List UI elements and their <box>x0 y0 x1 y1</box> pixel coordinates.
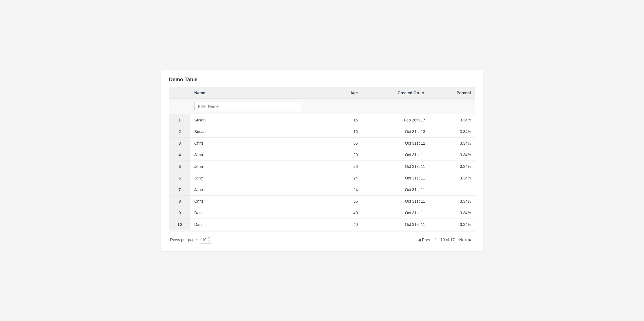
col-header-created-on[interactable]: Created On ▼ <box>362 87 429 99</box>
row-created-on: Oct 31st 11 <box>362 196 429 207</box>
row-percent: 3.34% <box>429 172 475 184</box>
row-name: Chris <box>190 138 328 149</box>
table-row: 1Susan16Feb 28th 173.34% <box>169 114 475 126</box>
row-index: 4 <box>169 149 190 161</box>
row-index: 2 <box>169 126 190 138</box>
filter-percent-cell <box>429 99 475 114</box>
rows-per-page-select[interactable]: 10 ⬆⬇ <box>200 236 212 244</box>
table-row: 8Chris55Oct 31st 113.34% <box>169 196 475 207</box>
row-created-on: Oct 31st 11 <box>362 184 429 196</box>
filter-name-input[interactable] <box>194 102 302 111</box>
rows-per-page-value: 10 <box>202 237 207 242</box>
row-index: 7 <box>169 184 190 196</box>
next-chevron-icon: ▶ <box>469 237 472 242</box>
row-name: Dan <box>190 207 328 219</box>
row-age: 24 <box>328 172 362 184</box>
pagination-info: 1 - 10 of 17 <box>435 237 455 242</box>
row-created-on: Oct 31st 11 <box>362 207 429 219</box>
row-index: 10 <box>169 219 190 230</box>
table-row: 6Jane24Oct 31st 113.34% <box>169 172 475 184</box>
row-index: 1 <box>169 114 190 126</box>
row-created-on: Feb 28th 17 <box>362 114 429 126</box>
filter-index-cell <box>169 99 190 114</box>
row-age: 20 <box>328 161 362 172</box>
row-age: 55 <box>328 196 362 207</box>
row-percent: 3.34% <box>429 196 475 207</box>
col-header-index <box>169 87 190 99</box>
row-percent <box>429 184 475 196</box>
next-button[interactable]: Next ▶ <box>457 236 474 243</box>
row-age: 16 <box>328 114 362 126</box>
row-percent: 3.34% <box>429 114 475 126</box>
row-name: Susan <box>190 114 328 126</box>
row-percent: 3.34% <box>429 161 475 172</box>
table-container: Demo Table Name Age Created On ▼ Percent <box>161 70 483 251</box>
row-percent: 3.34% <box>429 149 475 161</box>
demo-table: Name Age Created On ▼ Percent <box>169 87 475 230</box>
table-row: 5John20Oct 31st 113.34% <box>169 161 475 172</box>
table-footer: Rows per page: 10 ⬆⬇ ◀ Prev 1 - 10 of 17… <box>169 232 475 244</box>
row-created-on: Oct 31st 11 <box>362 172 429 184</box>
row-index: 6 <box>169 172 190 184</box>
rows-per-page-section: Rows per page: 10 ⬆⬇ <box>170 236 212 244</box>
pagination-section: ◀ Prev 1 - 10 of 17 Next ▶ <box>416 236 474 243</box>
filter-name-cell <box>190 99 328 114</box>
row-percent: 3.34% <box>429 126 475 138</box>
table-row: 9Dan40Oct 31st 113.34% <box>169 207 475 219</box>
filter-created-cell <box>362 99 429 114</box>
row-name: Susan <box>190 126 328 138</box>
row-created-on: Oct 31st 12 <box>362 138 429 149</box>
prev-button[interactable]: ◀ Prev <box>416 236 433 243</box>
row-created-on: Oct 31st 11 <box>362 149 429 161</box>
row-age: 40 <box>328 219 362 230</box>
prev-chevron-icon: ◀ <box>418 237 421 242</box>
col-header-name: Name <box>190 87 328 99</box>
table-row: 3Chris55Oct 31st 123.34% <box>169 138 475 149</box>
row-name: John <box>190 149 328 161</box>
row-created-on: Oct 31st 11 <box>362 161 429 172</box>
col-header-age: Age <box>328 87 362 99</box>
filter-age-cell <box>328 99 362 114</box>
row-index: 5 <box>169 161 190 172</box>
row-percent: 3.34% <box>429 219 475 230</box>
row-name: John <box>190 161 328 172</box>
row-age: 55 <box>328 138 362 149</box>
row-age: 20 <box>328 149 362 161</box>
sort-desc-icon: ▼ <box>421 91 425 95</box>
table-title: Demo Table <box>169 77 475 83</box>
rows-per-page-arrows: ⬆⬇ <box>208 237 210 243</box>
row-percent: 3.34% <box>429 207 475 219</box>
row-age: 16 <box>328 126 362 138</box>
table-row: 10Dan40Oct 31st 113.34% <box>169 219 475 230</box>
row-name: Chris <box>190 196 328 207</box>
row-index: 9 <box>169 207 190 219</box>
row-name: Jane <box>190 184 328 196</box>
row-age: 40 <box>328 207 362 219</box>
row-created-on: Oct 31st 13 <box>362 126 429 138</box>
row-name: Jane <box>190 172 328 184</box>
table-row: 2Susan16Oct 31st 133.34% <box>169 126 475 138</box>
row-index: 8 <box>169 196 190 207</box>
table-row: 7Jane24Oct 31st 11 <box>169 184 475 196</box>
row-index: 3 <box>169 138 190 149</box>
rows-per-page-label: Rows per page: <box>170 237 198 242</box>
row-percent: 3.34% <box>429 138 475 149</box>
row-created-on: Oct 31st 11 <box>362 219 429 230</box>
table-row: 4John20Oct 31st 113.34% <box>169 149 475 161</box>
row-name: Dan <box>190 219 328 230</box>
row-age: 24 <box>328 184 362 196</box>
col-header-percent: Percent <box>429 87 475 99</box>
